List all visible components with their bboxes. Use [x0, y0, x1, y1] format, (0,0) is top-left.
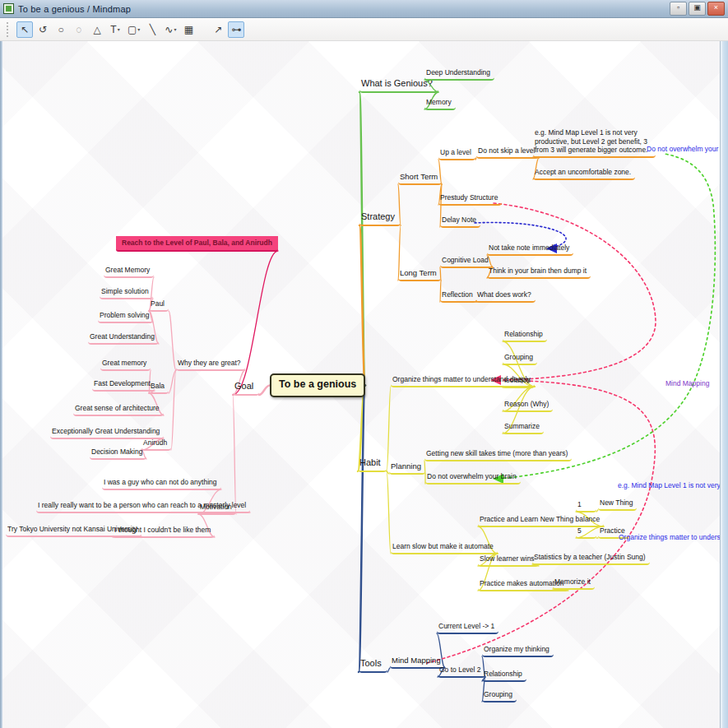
mindmap-node-ss[interactable]: Simple solution: [100, 287, 153, 299]
mindmap-node-iso[interactable]: Isolation: [503, 376, 535, 388]
lasso-tool-icon[interactable]: ↺: [35, 21, 51, 38]
floating-link-label-f2[interactable]: Mind Mapping: [665, 379, 709, 388]
mindmap-node-rel1[interactable]: Relationship: [503, 330, 547, 342]
restore-button[interactable]: ▣: [689, 2, 706, 16]
mindmap-node-summ[interactable]: Summarize: [503, 422, 544, 434]
mindmap-node-slowwins[interactable]: Slow learner wins: [478, 554, 539, 567]
mindmap-node-tools[interactable]: Tools: [359, 658, 387, 673]
ellipse-tool-icon[interactable]: ○: [53, 21, 69, 38]
mindmap-node-gsa[interactable]: Great sense of architecture: [73, 404, 164, 416]
mindmap-node-reason[interactable]: Reason (Why): [503, 400, 553, 412]
mindmap-node-planning[interactable]: Planning: [389, 461, 425, 475]
text-tool-icon[interactable]: T▾: [107, 21, 123, 38]
mindmap-node-newskill[interactable]: Getting new skill takes time (more than …: [424, 449, 572, 461]
line-tool-icon[interactable]: ╲: [144, 21, 160, 38]
mindmap-node-deep[interactable]: Deep Understanding: [424, 68, 494, 81]
mindmap-node-cogload[interactable]: Cognitive Load: [440, 256, 493, 268]
mindmap-node-reflection[interactable]: Reflection: [440, 290, 477, 303]
mindmap-node-golevel2[interactable]: Go to Level 2: [438, 665, 485, 678]
mindmap-node-prestudy[interactable]: Prestudy Structure: [438, 193, 502, 206]
mindmap-node-stats[interactable]: Statistics by a teacher (Justin Sung): [532, 553, 650, 565]
title-bar: To be a genious / Mindmap ▫ ▣ ×: [0, 0, 728, 18]
mindmap-node-paul[interactable]: Paul: [149, 299, 169, 312]
drawing-toolbar: ↖↺○◌△T▾▢▾╲∿▾▦↗⊶: [0, 18, 728, 41]
mindmap-node-curlevel[interactable]: Current Level -> 1: [437, 622, 498, 634]
mindmap-node-egu[interactable]: Exceptionally Great Understanding: [50, 427, 164, 439]
mindmap-node-shortterm[interactable]: Short Term: [398, 172, 442, 185]
mindmap-node-gmp[interactable]: Great Memory: [104, 266, 154, 278]
toolbar-grip[interactable]: [7, 22, 11, 37]
mindmap-node-n1[interactable]: 1: [576, 500, 596, 512]
floating-link-label-f1[interactable]: Do not overwhelm your brain.: [647, 145, 728, 154]
vertical-scrollbar[interactable]: [720, 18, 728, 728]
mindmap-node-balance[interactable]: Practice and Learn New Thing balance: [478, 515, 604, 527]
mindmap-node-nottake[interactable]: Not take note immediately: [487, 243, 573, 256]
mindmap-node-newthing[interactable]: New Thing: [598, 498, 637, 511]
mindmap-node-rel2[interactable]: Relationship: [482, 670, 526, 682]
mindmap-node-thinkbrain[interactable]: Think in your brain then dump it: [487, 267, 591, 279]
window-title: To be a genious / Mindmap: [18, 4, 131, 14]
mindmap-node-whatworks[interactable]: What does work?: [475, 290, 536, 303]
curve-tool-icon[interactable]: ∿▾: [162, 21, 179, 38]
mindmap-node-reach[interactable]: Reach to the Level of Paul, Bala, and An…: [116, 236, 278, 252]
close-button[interactable]: ×: [707, 2, 725, 16]
mindmap-node-longterm[interactable]: Long Term: [398, 268, 441, 281]
mindmap-canvas[interactable]: To be a geniousWhat is Genious?Deep Unde…: [0, 40, 728, 728]
mindmap-node-strategy[interactable]: Strategy: [359, 211, 401, 226]
mindmap-node-grp2[interactable]: Grouping: [482, 690, 517, 702]
mindmap-node-goal[interactable]: Goal: [233, 381, 259, 396]
pin-tool-icon[interactable]: ↗: [210, 21, 226, 38]
mindmap-node-dontoverH[interactable]: Do not overwhelm your brain: [425, 472, 521, 485]
mindmap-node-dm[interactable]: Decision Making: [90, 447, 146, 460]
minimize-button[interactable]: ▫: [670, 2, 687, 16]
mindmap-node-orgthink[interactable]: Organize my thinking: [482, 645, 554, 657]
mindmap-node-tokyo[interactable]: Try Tokyo University not Kansai Universi…: [6, 525, 141, 537]
rectangle-tool-icon[interactable]: ▢▾: [125, 21, 142, 38]
node-link-tool-icon[interactable]: ⊶: [228, 21, 244, 38]
window-buttons: ▫ ▣ ×: [670, 2, 725, 16]
mindmap-nodes-layer: To be a geniousWhat is Genious?Deep Unde…: [0, 40, 728, 728]
image-tool-icon[interactable]: ▦: [180, 21, 197, 38]
floating-link-label-f3[interactable]: e.g. Mind Map Level 1 is not very prod..…: [618, 481, 728, 490]
window-left-border: [0, 18, 2, 728]
mindmap-node-memory[interactable]: Memory: [424, 98, 456, 110]
mindmap-node-dontskip[interactable]: Do not skip a level: [476, 146, 539, 159]
mindmap-node-learnslow[interactable]: Learn slow but make it automate: [391, 542, 498, 554]
mindmap-node-ps[interactable]: Problem solving: [98, 311, 153, 323]
mindmap-node-gup[interactable]: Great Understanding: [88, 332, 159, 345]
dropdown-caret-icon: ▾: [118, 26, 120, 32]
mindmap-node-really[interactable]: I really really want to be a person who …: [36, 501, 250, 513]
mindmap-node-guy[interactable]: I was a guy who can not do anything: [102, 478, 221, 490]
mindmap-node-upalevel[interactable]: Up a level: [438, 148, 475, 160]
select-tool-icon[interactable]: ↖: [16, 21, 33, 38]
polygon-tool-icon[interactable]: △: [89, 21, 105, 38]
mindmap-node-delaynote[interactable]: Delay Note: [440, 216, 480, 228]
mindmap-node-whygreat[interactable]: Why they are great?: [176, 359, 245, 371]
mindmap-node-mmtools[interactable]: Mind Mapping: [390, 656, 445, 669]
mindmap-node-gmb[interactable]: Great memory: [100, 359, 151, 371]
dashed-ellipse-tool-icon[interactable]: ◌: [71, 21, 87, 38]
mindmap-node-wig[interactable]: What is Genious?: [359, 78, 438, 93]
dropdown-caret-icon: ▾: [174, 26, 176, 32]
app-window: To be a geniousWhat is Genious?Deep Unde…: [0, 0, 728, 728]
mindmap-node-grp1[interactable]: Grouping: [503, 353, 537, 365]
mindmap-node-habit[interactable]: Habit: [358, 457, 387, 472]
central-topic-central[interactable]: To be a genious: [270, 373, 365, 397]
mindmap-node-fd[interactable]: Fast Development: [92, 379, 155, 392]
mindmap-node-memorize[interactable]: Memorize it: [553, 577, 595, 590]
mindmap-node-egtext[interactable]: e.g. Mind Map Level 1 is not very produc…: [533, 128, 656, 158]
mindmap-node-n5[interactable]: 5: [576, 526, 596, 539]
app-icon: [3, 3, 14, 14]
floating-link-label-f4[interactable]: Organize things matter to understand ...: [619, 533, 728, 542]
mindmap-node-acceptzone[interactable]: Accept an uncomfortable zone.: [533, 168, 635, 180]
dropdown-caret-icon: ▾: [137, 26, 140, 32]
